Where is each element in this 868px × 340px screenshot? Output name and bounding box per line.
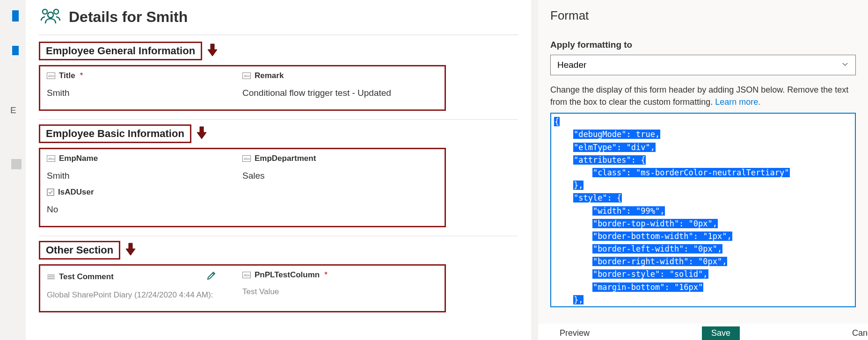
- field-label: EmpDepartment: [255, 154, 316, 163]
- text-field-icon: Abc: [242, 72, 251, 79]
- field-value[interactable]: Test Value: [242, 287, 438, 297]
- form-header: Details for Smith: [39, 7, 518, 32]
- field-label: Test Comment: [59, 272, 114, 282]
- text-field-icon: Abc: [242, 155, 251, 162]
- json-editor[interactable]: { "debugMode": true, "elmType": "div", "…: [550, 113, 856, 307]
- apply-formatting-select[interactable]: Header: [550, 55, 856, 75]
- edit-icon[interactable]: [206, 270, 217, 283]
- section-heading: Employee General Information: [39, 42, 202, 60]
- section-heading: Employee Basic Information: [39, 124, 191, 143]
- field-label: IsADUser: [58, 188, 94, 197]
- field: AbcTitle*Smith: [47, 71, 242, 98]
- field-value[interactable]: Sales: [242, 171, 438, 181]
- svg-text:Abc: Abc: [244, 157, 250, 161]
- text-field-icon: Abc: [47, 155, 55, 162]
- section-heading: Other Section: [39, 241, 120, 260]
- format-panel: Format Apply formatting to Header Change…: [538, 0, 868, 340]
- text-field-icon: Abc: [47, 72, 55, 79]
- svg-point-2: [48, 12, 53, 18]
- learn-more-link[interactable]: Learn more.: [715, 97, 760, 107]
- chevron-down-icon: [841, 60, 849, 70]
- field: AbcEmpNameSmith: [47, 154, 242, 181]
- field-label: Title: [59, 71, 75, 80]
- nav-marker: [12, 10, 19, 22]
- down-arrow-icon: [125, 242, 136, 258]
- section-fields: AbcEmpNameSmithAbcEmpDepartmentSalesIsAD…: [39, 148, 446, 227]
- field: AbcRemarkConditional flow trigger test -…: [242, 71, 438, 98]
- section-fields: Test CommentGlobal SharePoint Diary (12/…: [39, 264, 446, 312]
- field: Test CommentGlobal SharePoint Diary (12/…: [47, 270, 242, 300]
- field: IsADUserNo: [47, 188, 242, 215]
- field-label: PnPLTestColumn: [255, 270, 320, 280]
- select-value: Header: [557, 60, 586, 70]
- svg-text:Abc: Abc: [48, 74, 55, 78]
- svg-text:Abc: Abc: [244, 74, 250, 78]
- format-button-row: Preview Save Cancel: [538, 324, 868, 340]
- down-arrow-icon: [207, 43, 218, 59]
- field: AbcPnPLTestColumn*Test Value: [242, 270, 438, 300]
- required-marker: *: [324, 270, 328, 280]
- format-title: Format: [550, 8, 856, 23]
- down-arrow-icon: [196, 126, 207, 142]
- left-nav-strip: [9, 0, 23, 340]
- section-fields: AbcTitle*SmithAbcRemarkConditional flow …: [39, 65, 446, 111]
- page-title: Details for Smith: [69, 8, 188, 26]
- field-value[interactable]: Conditional flow trigger test - Updated: [242, 88, 438, 98]
- field-label: Remark: [255, 71, 284, 80]
- field: AbcEmpDepartmentSales: [242, 154, 438, 181]
- svg-point-1: [54, 9, 58, 14]
- field-value[interactable]: No: [47, 204, 242, 215]
- form-panel: Details for Smith Employee General Infor…: [26, 0, 531, 340]
- format-help-text: Change the display of this form header b…: [550, 84, 856, 108]
- check-field-icon: [47, 188, 54, 196]
- required-marker: *: [80, 71, 83, 80]
- left-placeholder: [11, 159, 22, 169]
- people-icon: [39, 7, 62, 27]
- field-value[interactable]: Global SharePoint Diary (12/24/2020 4:44…: [47, 290, 242, 300]
- multi-field-icon: [47, 274, 55, 280]
- svg-rect-11: [47, 189, 54, 195]
- field-value[interactable]: Smith: [47, 171, 242, 181]
- text-field-icon: Abc: [242, 272, 251, 278]
- svg-text:Abc: Abc: [244, 273, 250, 277]
- left-label: E: [10, 105, 16, 116]
- field-value[interactable]: Smith: [47, 88, 242, 98]
- nav-marker: [12, 46, 19, 55]
- apply-formatting-label: Apply formatting to: [550, 40, 856, 50]
- field-label: EmpName: [59, 154, 98, 163]
- cancel-button[interactable]: Cancel: [843, 326, 868, 340]
- svg-point-0: [43, 9, 47, 14]
- svg-text:Abc: Abc: [48, 157, 55, 161]
- save-button[interactable]: Save: [702, 326, 740, 340]
- preview-button[interactable]: Preview: [550, 326, 599, 340]
- header-divider: [39, 35, 518, 35]
